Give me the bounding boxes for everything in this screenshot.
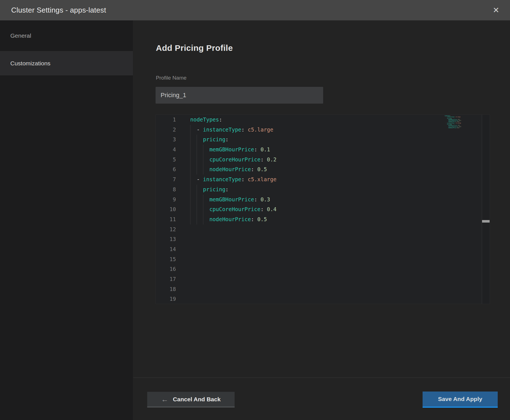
cancel-and-back-button[interactable]: ← Cancel And Back [147, 392, 235, 407]
line-number: 13 [156, 234, 176, 244]
indent-guide [190, 185, 190, 195]
modal-title-bar: Cluster Settings - apps-latest ✕ [0, 0, 510, 20]
footer-divider [133, 378, 510, 378]
indent-guide [197, 155, 197, 165]
yaml-code-editor[interactable]: 1nodeTypes:2 - instanceType: c5.large3 p… [156, 114, 490, 304]
editor-line: 16 [156, 264, 490, 274]
indent-guide [190, 145, 190, 155]
sidebar-item-label: General [10, 32, 31, 39]
indent-guide [190, 175, 190, 185]
editor-line: 9 memGBHourPrice: 0.3 [156, 195, 490, 205]
indent-guide [203, 155, 203, 165]
line-number: 9 [156, 195, 176, 205]
line-number: 8 [156, 185, 176, 195]
editor-line: 5 cpuCoreHourPrice: 0.2 [156, 155, 490, 165]
editor-line: 13 [156, 234, 490, 244]
indent-guide [190, 214, 190, 225]
settings-sidebar: General Customizations [0, 20, 133, 420]
line-number: 7 [156, 175, 176, 185]
line-number: 19 [156, 294, 176, 304]
line-code: memGBHourPrice: 0.3 [190, 195, 270, 205]
line-number: 12 [156, 225, 176, 235]
editor-line: 17 [156, 274, 490, 284]
editor-line: 6 nodeHourPrice: 0.5 [156, 164, 490, 175]
main-panel: Add Pricing Profile Profile Name 1nodeTy… [133, 20, 510, 420]
cancel-button-label: Cancel And Back [173, 396, 221, 403]
line-number: 4 [156, 145, 176, 155]
indent-guide [203, 214, 203, 225]
editor-scrollbar[interactable] [482, 115, 490, 304]
page-title: Add Pricing Profile [156, 43, 233, 53]
editor-lines: 1nodeTypes:2 - instanceType: c5.large3 p… [156, 115, 490, 304]
editor-line: 8 pricing: [156, 185, 490, 195]
indent-guide [190, 204, 190, 214]
indent-guide [197, 164, 197, 175]
line-code: memGBHourPrice: 0.1 [190, 145, 270, 155]
indent-guide [190, 195, 190, 205]
indent-guide [197, 135, 197, 145]
line-number: 17 [156, 274, 176, 284]
profile-name-label: Profile Name [156, 75, 187, 81]
line-code: pricing: [190, 135, 228, 145]
editor-line: 11 nodeHourPrice: 0.5 [156, 214, 490, 225]
editor-line: 1nodeTypes: [156, 115, 490, 125]
editor-line: 10 cpuCoreHourPrice: 0.4 [156, 204, 490, 214]
indent-guide [190, 135, 190, 145]
line-code: pricing: [190, 185, 228, 195]
line-number: 3 [156, 135, 176, 145]
line-number: 16 [156, 264, 176, 274]
save-and-apply-button[interactable]: Save And Apply [423, 392, 498, 408]
sidebar-item-customizations[interactable]: Customizations [0, 51, 133, 75]
indent-guide [203, 164, 203, 175]
scrollbar-cursor-marker [482, 220, 490, 223]
line-number: 14 [156, 244, 176, 254]
indent-guide [203, 145, 203, 155]
line-number: 15 [156, 254, 176, 264]
sidebar-item-label: Customizations [10, 60, 51, 67]
indent-guide [203, 195, 203, 205]
arrow-left-icon: ← [161, 396, 168, 403]
indent-guide [197, 195, 197, 205]
editor-line: 14 [156, 244, 490, 254]
line-code: - instanceType: c5.xlarge [190, 175, 277, 185]
indent-guide [197, 214, 197, 225]
editor-line: 4 memGBHourPrice: 0.1 [156, 145, 490, 155]
save-button-label: Save And Apply [438, 396, 482, 402]
line-number: 2 [156, 125, 176, 135]
indent-guide [197, 204, 197, 214]
editor-line: 2 - instanceType: c5.large [156, 125, 490, 135]
close-button[interactable]: ✕ [490, 4, 502, 16]
editor-minimap[interactable]: nodeTypes: - instanceType: c5.large pric… [445, 115, 469, 128]
line-code: nodeTypes: [190, 115, 222, 125]
profile-name-input[interactable] [156, 87, 323, 104]
line-code: cpuCoreHourPrice: 0.2 [190, 155, 277, 165]
indent-guide [190, 125, 190, 135]
editor-line: 7 - instanceType: c5.xlarge [156, 175, 490, 185]
line-number: 10 [156, 204, 176, 214]
line-code: nodeHourPrice: 0.5 [190, 164, 267, 175]
line-number: 1 [156, 115, 176, 125]
line-code: - instanceType: c5.large [190, 125, 273, 135]
indent-guide [203, 204, 203, 214]
line-code: cpuCoreHourPrice: 0.4 [190, 204, 277, 214]
line-number: 11 [156, 214, 176, 225]
line-number: 5 [156, 155, 176, 165]
indent-guide [190, 164, 190, 175]
close-icon: ✕ [493, 6, 499, 15]
line-number: 18 [156, 284, 176, 294]
line-number: 6 [156, 164, 176, 175]
sidebar-item-general[interactable]: General [0, 20, 133, 51]
indent-guide [197, 185, 197, 195]
editor-line: 12 [156, 225, 490, 235]
indent-guide [197, 145, 197, 155]
line-code: nodeHourPrice: 0.5 [190, 214, 267, 225]
modal-title: Cluster Settings - apps-latest [11, 6, 106, 15]
indent-guide [190, 155, 190, 165]
editor-line: 3 pricing: [156, 135, 490, 145]
editor-line: 18 [156, 284, 490, 294]
editor-line: 15 [156, 254, 490, 264]
editor-line: 19 [156, 294, 490, 304]
